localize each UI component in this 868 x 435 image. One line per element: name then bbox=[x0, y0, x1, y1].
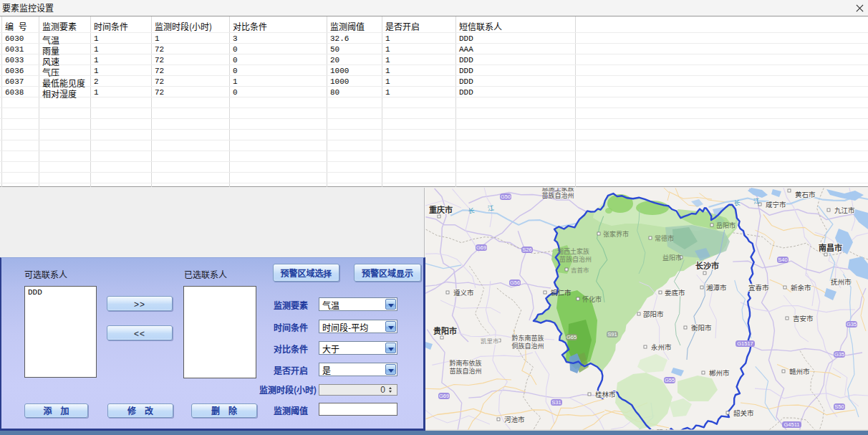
svg-text:G4511: G4511 bbox=[784, 421, 800, 428]
svg-text:岳阳市: 岳阳市 bbox=[716, 221, 736, 230]
svg-text:S26: S26 bbox=[522, 247, 531, 253]
svg-text:黄石市: 黄石市 bbox=[795, 189, 816, 199]
svg-text:S91: S91 bbox=[607, 331, 617, 338]
svg-text:新余市: 新余市 bbox=[791, 282, 811, 292]
svg-text:吉首市: 吉首市 bbox=[571, 265, 589, 274]
svg-text:湘潭市: 湘潭市 bbox=[706, 282, 727, 292]
svg-text:益阳市: 益阳市 bbox=[662, 253, 682, 262]
svg-text:河池市: 河池市 bbox=[504, 414, 525, 424]
svg-text:长沙市: 长沙市 bbox=[695, 259, 719, 271]
svg-text:G35: G35 bbox=[847, 321, 857, 328]
svg-text:重庆市: 重庆市 bbox=[429, 204, 453, 215]
svg-text:S50: S50 bbox=[834, 403, 844, 410]
svg-text:张家界市: 张家界市 bbox=[603, 229, 629, 239]
svg-text:S40: S40 bbox=[778, 257, 787, 263]
svg-text:G65: G65 bbox=[566, 334, 577, 340]
svg-text:抚州市: 抚州市 bbox=[831, 277, 852, 287]
svg-text:郴州市: 郴州市 bbox=[709, 368, 730, 378]
svg-text:苗族自治州: 苗族自治州 bbox=[541, 191, 574, 200]
svg-text:韶关市: 韶关市 bbox=[733, 408, 754, 418]
svg-text:苗族自治州: 苗族自治州 bbox=[449, 366, 481, 376]
svg-text:永州市: 永州市 bbox=[651, 342, 672, 352]
svg-text:宜春市: 宜春市 bbox=[748, 282, 769, 292]
svg-text:G56: G56 bbox=[510, 279, 520, 286]
svg-text:遵义市: 遵义市 bbox=[453, 287, 474, 297]
svg-text:九江市: 九江市 bbox=[834, 205, 855, 215]
svg-text:娄底市: 娄底市 bbox=[665, 287, 685, 297]
svg-text:G35: G35 bbox=[834, 351, 844, 358]
svg-text:G1517: G1517 bbox=[737, 340, 753, 347]
svg-text:桂林市: 桂林市 bbox=[595, 389, 616, 399]
svg-text:邵阳市: 邵阳市 bbox=[643, 309, 664, 319]
svg-text:凯里市: 凯里市 bbox=[481, 336, 499, 345]
svg-text:南昌市: 南昌市 bbox=[819, 242, 842, 253]
svg-text:G69: G69 bbox=[439, 393, 449, 399]
svg-text:G69: G69 bbox=[476, 244, 486, 251]
svg-text:赣州市: 赣州市 bbox=[789, 366, 810, 376]
svg-text:吉安市: 吉安市 bbox=[793, 313, 814, 323]
svg-text:侗族自治州: 侗族自治州 bbox=[511, 341, 544, 350]
svg-text:G55: G55 bbox=[665, 377, 675, 383]
svg-text:G50: G50 bbox=[501, 193, 511, 200]
svg-text:衡阳市: 衡阳市 bbox=[691, 322, 712, 333]
svg-text:咸宁市: 咸宁市 bbox=[766, 199, 786, 209]
svg-text:铜仁市: 铜仁市 bbox=[551, 287, 572, 297]
svg-text:怀化市: 怀化市 bbox=[582, 295, 602, 304]
svg-text:苗族自治州: 苗族自治州 bbox=[559, 254, 592, 264]
svg-text:常德市: 常德市 bbox=[655, 234, 674, 243]
svg-text:S31: S31 bbox=[551, 399, 561, 406]
svg-text:贵阳市: 贵阳市 bbox=[433, 325, 457, 336]
